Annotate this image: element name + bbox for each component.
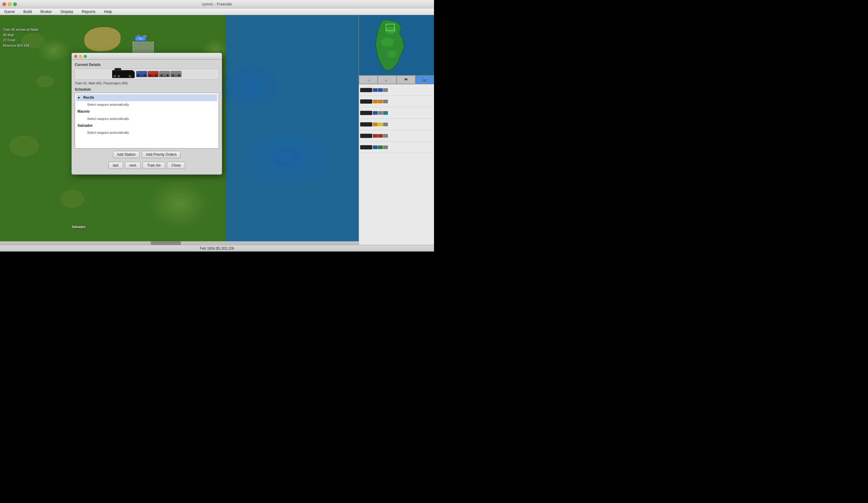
current-details-section: Current Details — [75, 63, 219, 85]
train-engine — [360, 99, 372, 104]
train-description: Train #1: Mail (40); Passengers (80). — [75, 81, 219, 85]
next-button[interactable]: next — [125, 162, 141, 169]
train-wagon — [373, 134, 378, 138]
menu-help[interactable]: Help — [102, 9, 114, 14]
notification-line-2: 80 Mail — [3, 32, 38, 38]
close-button[interactable] — [2, 2, 6, 6]
schedule-arrow: ► — [78, 95, 81, 101]
train-wagon — [373, 123, 378, 126]
menu-display[interactable]: Display — [59, 9, 75, 14]
wagon-blue — [136, 71, 147, 77]
maximize-button[interactable] — [13, 2, 17, 6]
train-list-row[interactable] — [359, 84, 434, 96]
locomotive-body — [112, 70, 135, 78]
status-text: Feb 1854 $5,302,206 — [200, 247, 234, 251]
view-btn-4[interactable]: 🚂 — [415, 75, 434, 84]
train-wagon — [383, 146, 388, 149]
schedule-buttons: Add Station Add Priority Orders — [75, 151, 219, 158]
train-wagon — [373, 146, 378, 149]
train-wagon — [373, 111, 378, 115]
dialog-close-button[interactable] — [74, 55, 77, 58]
schedule-item-maceio[interactable]: Maceio — [76, 108, 217, 115]
dialog-max-button[interactable] — [84, 55, 87, 58]
notification-line-3: 27 Food — [3, 38, 38, 43]
city-salvador: Salvador — [72, 225, 85, 229]
schedule-order-text: Select wagons automatically — [78, 103, 129, 106]
schedule-label: Schedule — [75, 87, 219, 92]
add-station-button[interactable]: Add Station — [113, 151, 140, 158]
window-controls — [2, 2, 17, 6]
dialog-min-button[interactable] — [79, 55, 82, 58]
train-illustration — [75, 69, 219, 80]
train-engine — [360, 122, 372, 126]
right-panel: 🔍 🔎 🗺 🚂 — [359, 15, 434, 251]
train-wagon — [378, 88, 383, 92]
menu-reports[interactable]: Reports — [80, 9, 97, 14]
menu-broker[interactable]: Broker — [39, 9, 54, 14]
menubar: Game Build Broker Display Reports Help — [0, 8, 434, 15]
dialog-titlebar — [72, 53, 222, 60]
train-details-dialog[interactable]: Current Details — [71, 53, 222, 175]
wagon-red — [148, 71, 158, 77]
train-wagon — [383, 111, 388, 115]
schedule-order-text: Select wagons automatically — [78, 131, 129, 134]
view-controls: 🔍 🔎 🗺 🚂 — [359, 75, 434, 84]
train-wagon — [383, 123, 388, 126]
horizontal-scrollbar[interactable] — [0, 241, 359, 245]
schedule-order-text: Select wagons automatically — [78, 117, 129, 120]
add-priority-orders-button[interactable]: Add Priority Orders — [142, 151, 180, 158]
train-wagon — [378, 111, 383, 115]
schedule-order-maceio[interactable]: Select wagons automatically — [76, 115, 217, 122]
menu-build[interactable]: Build — [21, 9, 34, 14]
titlebar: cymric - Freerails — [0, 0, 434, 8]
menu-game[interactable]: Game — [2, 9, 17, 14]
train-list-row[interactable] — [359, 142, 434, 153]
minimap-svg — [365, 18, 413, 72]
dialog-content: Current Details — [72, 60, 222, 175]
train-wagon — [378, 123, 383, 126]
minimap — [359, 15, 434, 75]
train-wagon — [378, 146, 383, 149]
train-list-row[interactable] — [359, 119, 434, 130]
train-list-panel[interactable] — [359, 84, 434, 251]
view-btn-1[interactable]: 🔍 — [359, 75, 378, 84]
schedule-order-salvador[interactable]: Select wagons automatically — [76, 129, 217, 136]
close-button[interactable]: Close — [167, 162, 185, 169]
statusbar: Feb 1854 $5,302,206 — [0, 245, 434, 251]
notification-line-1: Train #6 arrives at Natal — [3, 27, 38, 32]
wagon-gray-1 — [159, 71, 170, 77]
train-wagon — [383, 134, 388, 138]
train-list-row[interactable] — [359, 107, 434, 119]
game-notification: Train #6 arrives at Natal 80 Mail 27 Foo… — [3, 27, 38, 48]
svg-point-2 — [388, 51, 397, 58]
schedule-list[interactable]: ► Recife Select wagons automatically Mac… — [75, 93, 219, 148]
train-wagon — [373, 88, 378, 92]
schedule-item-recife[interactable]: ► Recife — [76, 94, 217, 101]
train-wagon — [373, 100, 378, 103]
train-engine — [360, 88, 372, 92]
last-button[interactable]: last — [108, 162, 123, 169]
window-title: cymric - Freerails — [202, 2, 232, 6]
schedule-section: Schedule ► Recife Select wagons automati… — [75, 87, 219, 148]
train-list-row[interactable] — [359, 96, 434, 107]
view-btn-3[interactable]: 🗺 — [397, 75, 415, 84]
nav-buttons: last next Train list Close — [75, 160, 219, 171]
train-engine — [360, 111, 372, 115]
schedule-station-name: Recife — [83, 95, 94, 100]
train-list-row[interactable] — [359, 130, 434, 142]
train-wagon — [383, 88, 388, 92]
minimize-button[interactable] — [8, 2, 11, 6]
current-details-label: Current Details — [75, 63, 219, 67]
recife-station-marker: Re — [135, 36, 146, 41]
view-btn-2[interactable]: 🔎 — [378, 75, 396, 84]
wagon-gray-2 — [170, 71, 182, 77]
schedule-order-recife[interactable]: Select wagons automatically — [76, 101, 217, 108]
train-wagon — [378, 100, 383, 103]
svg-point-1 — [381, 38, 394, 47]
train-list-button[interactable]: Train list — [143, 162, 165, 169]
train-engine — [360, 134, 372, 138]
scrollbar-thumb[interactable] — [151, 241, 181, 245]
schedule-station-name: Salvador — [78, 124, 93, 128]
schedule-station-name: Maceio — [78, 109, 90, 114]
schedule-item-salvador[interactable]: Salvador — [76, 122, 217, 129]
